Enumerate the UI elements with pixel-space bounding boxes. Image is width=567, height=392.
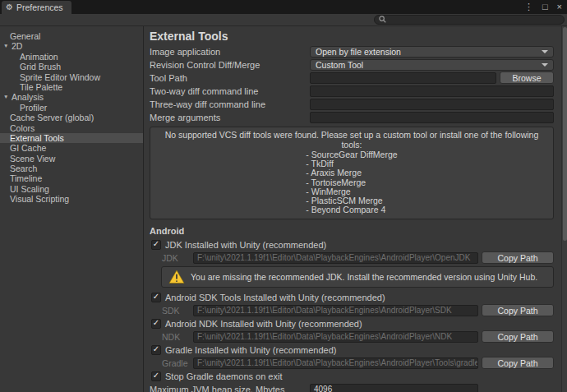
image-application-dropdown[interactable]: Open by file extension	[310, 46, 554, 58]
jvm-heap-label: Maximum JVM heap size, Mbytes	[150, 385, 310, 392]
sidebar-item-search[interactable]: Search	[0, 164, 143, 173]
sidebar-item-external-tools[interactable]: External Tools	[0, 133, 143, 143]
vcs-tool-item: - Araxis Merge	[306, 168, 397, 178]
sidebar-item-animation[interactable]: Animation	[0, 52, 143, 62]
two-way-diff-field[interactable]	[310, 85, 554, 97]
sidebar-item-colors[interactable]: Colors	[0, 123, 143, 133]
sdk-path-field: F:\unity\2021.1.19f1\Editor\Data\Playbac…	[193, 305, 478, 316]
main-panel: External Tools Image application Open by…	[144, 26, 567, 392]
android-section-title: Android	[150, 226, 554, 236]
three-way-diff-label: Three-way diff command line	[150, 99, 310, 109]
merge-arguments-label: Merge arguments	[150, 113, 310, 122]
vcs-helpbox-intro: No supported VCS diff tools were found. …	[157, 131, 546, 150]
sidebar-item-grid-brush[interactable]: Grid Brush	[0, 62, 143, 71]
sdk-path-row: SDK F:\unity\2021.1.19f1\Editor\Data\Pla…	[150, 304, 554, 316]
warning-icon	[168, 270, 185, 284]
gradle-path-field: F:\unity\2021.1.19f1\Editor\Data\Playbac…	[193, 357, 478, 369]
jdk-installed-checkbox[interactable]: ✓	[151, 240, 161, 250]
foldout-open-icon: ▼	[3, 92, 12, 102]
kebab-menu-icon[interactable]: ⋮	[524, 2, 533, 12]
jdk-label: JDK	[150, 253, 193, 263]
ndk-path-field: F:\unity\2021.1.19f1\Editor\Data\Playbac…	[193, 331, 478, 343]
revision-control-dropdown[interactable]: Custom Tool	[310, 59, 554, 71]
jdk-warning-box: You are missing the recommended JDK. Ins…	[161, 266, 554, 288]
maximize-icon[interactable]: □	[542, 2, 548, 12]
three-way-diff-field[interactable]	[310, 99, 554, 110]
sidebar-item-timeline[interactable]: Timeline	[0, 173, 143, 183]
gradle-copy-path-button[interactable]: Copy Path	[482, 357, 554, 369]
sidebar-item-sprite-editor-window[interactable]: Sprite Editor Window	[0, 72, 143, 82]
revision-control-value: Custom Tool	[316, 60, 363, 70]
check-icon: ✓	[153, 345, 159, 353]
jdk-path-field: F:\unity\2021.1.19f1\Editor\Data\Playbac…	[193, 252, 478, 264]
sidebar-item-scene-view[interactable]: Scene View	[0, 154, 143, 164]
gradle-installed-toggle[interactable]: ✓ Gradle Installed with Unity (recommend…	[150, 344, 554, 356]
ndk-installed-toggle[interactable]: ✓ Android NDK Installed with Unity (reco…	[150, 317, 554, 330]
content-area: General ▼2D Animation Grid Brush Sprite …	[0, 26, 567, 392]
check-icon: ✓	[153, 240, 159, 248]
tool-path-browse-button[interactable]: Browse	[500, 71, 554, 84]
sdk-label: SDK	[150, 306, 193, 316]
preferences-sidebar: General ▼2D Animation Grid Brush Sprite …	[0, 26, 144, 392]
sidebar-item-profiler[interactable]: Profiler	[0, 103, 143, 113]
jdk-warning-text: You are missing the recommended JDK. Ins…	[191, 272, 537, 282]
check-icon: ✓	[153, 371, 159, 380]
search-input[interactable]	[389, 16, 560, 24]
sidebar-item-general[interactable]: General	[0, 31, 143, 41]
sidebar-item-cache-server[interactable]: Cache Server (global)	[0, 113, 143, 122]
window-controls: ⋮ □ ×	[524, 0, 562, 14]
gradle-label: Gradle	[150, 358, 193, 368]
jdk-path-row: JDK F:\unity\2021.1.19f1\Editor\Data\Pla…	[150, 251, 554, 264]
ndk-path-row: NDK F:\unity\2021.1.19f1\Editor\Data\Pla…	[150, 330, 554, 343]
tab-preferences[interactable]: ⚙ Preferences	[2, 1, 71, 14]
jvm-heap-field[interactable]: 4096	[310, 384, 478, 392]
preferences-toolbar	[0, 14, 567, 26]
sidebar-item-gi-cache[interactable]: GI Cache	[0, 143, 143, 153]
vcs-tool-list: - SourceGear DiffMerge - TkDiff - Araxis…	[306, 150, 397, 214]
vcs-tool-item: - Beyond Compare 4	[306, 205, 397, 214]
stop-gradle-daemons-label: Stop Gradle daemons on exit	[165, 371, 282, 381]
gear-icon: ⚙	[6, 3, 13, 12]
gradle-installed-checkbox[interactable]: ✓	[151, 345, 161, 355]
sdk-installed-toggle[interactable]: ✓ Android SDK Tools Installed with Unity…	[150, 291, 554, 303]
jdk-toggle-label: JDK Installed with Unity (recommended)	[165, 240, 326, 250]
sdk-toggle-label: Android SDK Tools Installed with Unity (…	[165, 293, 385, 302]
row-merge-arguments: Merge arguments	[150, 111, 554, 123]
chevron-down-icon	[542, 63, 548, 67]
image-application-value: Open by file extension	[316, 47, 401, 57]
sidebar-item-tile-palette[interactable]: Tile Palette	[0, 82, 143, 92]
scrollbar-thumb[interactable]	[563, 27, 567, 241]
foldout-open-icon: ▼	[3, 41, 12, 51]
search-field[interactable]	[374, 15, 565, 25]
stop-gradle-daemons-toggle[interactable]: ✓ Stop Gradle daemons on exit	[150, 370, 554, 382]
gradle-toggle-label: Gradle Installed with Unity (recommended…	[165, 345, 336, 355]
sdk-copy-path-button[interactable]: Copy Path	[482, 304, 554, 316]
two-way-diff-label: Two-way diff command line	[150, 86, 310, 96]
vertical-scrollbar[interactable]	[561, 26, 567, 392]
row-revision-control: Revision Control Diff/Merge Custom Tool	[150, 58, 554, 71]
chevron-down-icon	[542, 50, 548, 53]
search-icon	[379, 16, 386, 23]
ndk-installed-checkbox[interactable]: ✓	[151, 319, 161, 329]
vcs-helpbox: No supported VCS diff tools were found. …	[150, 127, 554, 219]
sidebar-item-2d[interactable]: ▼2D	[0, 41, 143, 51]
ndk-label: NDK	[150, 332, 193, 342]
ndk-copy-path-button[interactable]: Copy Path	[482, 330, 554, 343]
stop-gradle-daemons-checkbox[interactable]: ✓	[151, 371, 161, 381]
sidebar-item-ui-scaling[interactable]: UI Scaling	[0, 184, 143, 194]
preferences-window: ⚙ Preferences ⋮ □ × General ▼2D Animatio…	[0, 0, 567, 392]
sdk-installed-checkbox[interactable]: ✓	[151, 293, 161, 302]
jdk-copy-path-button[interactable]: Copy Path	[482, 251, 554, 264]
sidebar-item-visual-scripting[interactable]: Visual Scripting	[0, 194, 143, 204]
row-two-way-diff: Two-way diff command line	[150, 85, 554, 97]
gradle-path-row: Gradle F:\unity\2021.1.19f1\Editor\Data\…	[150, 357, 554, 369]
close-icon[interactable]: ×	[557, 2, 562, 12]
merge-arguments-field[interactable]	[310, 112, 554, 123]
tool-path-field[interactable]	[310, 72, 496, 84]
ndk-toggle-label: Android NDK Installed with Unity (recomm…	[165, 319, 362, 329]
window-titlebar: ⚙ Preferences ⋮ □ ×	[0, 0, 567, 14]
jdk-installed-toggle[interactable]: ✓ JDK Installed with Unity (recommended)	[150, 238, 554, 251]
image-application-label: Image application	[150, 47, 310, 57]
sidebar-item-analysis[interactable]: ▼Analysis	[0, 92, 143, 102]
revision-control-label: Revision Control Diff/Merge	[150, 60, 310, 70]
